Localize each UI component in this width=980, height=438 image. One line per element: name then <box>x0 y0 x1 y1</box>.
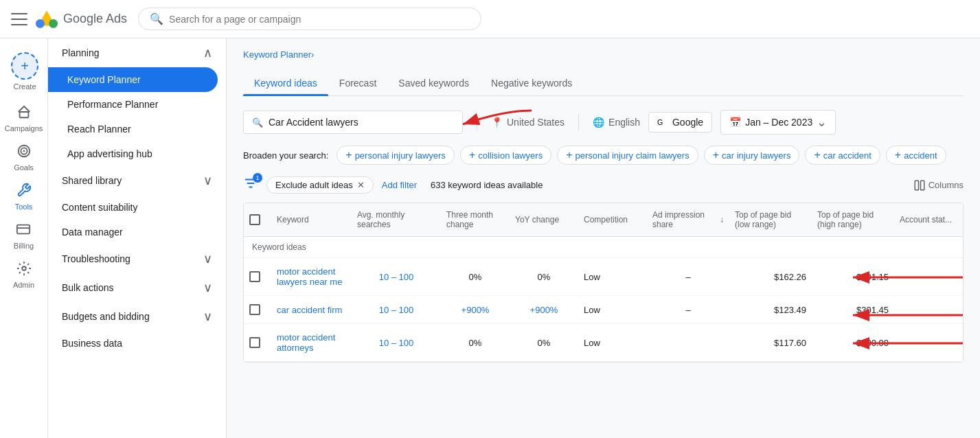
broaden-chip-accident[interactable]: + accident <box>886 146 946 165</box>
tab-saved-keywords-label: Saved keywords <box>398 78 469 89</box>
data-manager-header[interactable]: Data manager <box>48 220 226 244</box>
top-search-bar[interactable]: 🔍 <box>138 8 481 30</box>
table-section-label: Keyword ideas <box>244 237 963 258</box>
svg-rect-13 <box>920 181 924 190</box>
yoy-value-0: 0% <box>538 272 551 282</box>
table-row: car accident firm 10 – 100 +900% +900% L… <box>244 296 963 324</box>
exclude-adult-ideas-chip[interactable]: Exclude adult ideas ✕ <box>266 176 374 194</box>
top-bid-high-value-1: $301.45 <box>856 305 889 315</box>
th-account-status: Account stat... <box>894 203 963 236</box>
header-checkbox[interactable] <box>249 214 260 225</box>
td-ad-impression-2 <box>647 324 729 361</box>
filter-icon-wrapper[interactable]: 1 <box>243 176 258 194</box>
network-button[interactable]: G Google <box>648 112 712 132</box>
budgets-bidding-chevron: ∨ <box>203 309 212 324</box>
exclude-chip-label: Exclude adult ideas <box>275 180 353 190</box>
competition-value-2: Low <box>584 338 600 348</box>
chip-label-5: accident <box>904 150 937 161</box>
keyword-value-2: motor accident attorneys <box>277 332 346 353</box>
keyword-search-input[interactable] <box>269 117 406 128</box>
language-button[interactable]: 🌐 English <box>593 117 640 128</box>
td-avg-2: 10 – 100 <box>352 324 441 361</box>
content-suitability-header[interactable]: Content suitability <box>48 195 226 220</box>
sidebar-item-campaigns[interactable]: Campaigns <box>0 99 54 138</box>
td-keyword-1[interactable]: car accident firm <box>271 296 352 323</box>
sidebar-item-app-hub[interactable]: App advertising hub <box>48 141 226 166</box>
budgets-bidding-header[interactable]: Budgets and bidding ∨ <box>48 302 226 331</box>
broaden-section: Broaden your search: + personal injury l… <box>243 146 964 165</box>
row-checkbox-0[interactable] <box>249 271 260 282</box>
network-text: Google <box>672 117 703 128</box>
app-hub-label: App advertising hub <box>67 148 152 159</box>
td-checkbox-1[interactable] <box>244 296 271 323</box>
sidebar-item-billing[interactable]: Billing <box>3 216 45 255</box>
sidebar-item-goals[interactable]: Goals <box>3 138 45 177</box>
date-range-button[interactable]: 📅 Jan – Dec 2023 ⌄ <box>720 110 836 135</box>
breadcrumb[interactable]: Keyword Planner › <box>243 49 964 60</box>
th-ad-impression[interactable]: Ad impression share ↓ <box>647 203 729 236</box>
planning-section-header[interactable]: Planning ∧ <box>48 38 226 67</box>
ad-impression-value-0: – <box>685 272 690 282</box>
sidebar-item-admin[interactable]: Admin <box>2 255 45 295</box>
td-competition-0: Low <box>578 258 647 295</box>
avg-value-0: 10 – 100 <box>379 272 414 282</box>
sidebar-item-performance-planner[interactable]: Performance Planner <box>48 92 226 117</box>
avg-value-1: 10 – 100 <box>379 305 414 315</box>
td-keyword-0[interactable]: motor accident lawyers near me <box>271 258 352 295</box>
th-competition-label: Competition <box>584 215 628 224</box>
th-keyword-label: Keyword <box>277 215 309 224</box>
sidebar-left: + Create Campaigns Goals Tools <box>0 38 48 438</box>
sidebar-item-keyword-planner[interactable]: Keyword Planner <box>48 67 218 92</box>
sidebar-right: Planning ∧ Keyword Planner Performance P… <box>48 38 227 438</box>
td-three-0: 0% <box>441 258 510 295</box>
shared-library-header[interactable]: Shared library ∨ <box>48 166 226 195</box>
date-range-text: Jan – Dec 2023 <box>745 117 812 128</box>
td-account-1 <box>894 296 963 323</box>
troubleshooting-header[interactable]: Troubleshooting ∨ <box>48 244 226 273</box>
tab-negative-keywords[interactable]: Negative keywords <box>480 71 583 95</box>
row-checkbox-1[interactable] <box>249 304 260 315</box>
location-icon: 📍 <box>491 117 503 128</box>
svg-rect-12 <box>915 181 918 190</box>
business-data-header[interactable]: Business data <box>48 331 226 356</box>
tab-keyword-ideas[interactable]: Keyword ideas <box>243 71 328 95</box>
broaden-chip-collision-lawyers[interactable]: + collision lawyers <box>460 146 551 165</box>
add-filter-button[interactable]: Add filter <box>382 180 417 190</box>
sidebar-item-reach-planner[interactable]: Reach Planner <box>48 117 226 141</box>
search-input[interactable] <box>169 14 470 25</box>
th-yoy-label: YoY change <box>515 215 559 224</box>
th-avg-monthly-label: Avg. monthly searches <box>357 210 435 229</box>
td-checkbox-0[interactable] <box>244 258 271 295</box>
create-button[interactable]: + Create <box>0 47 49 96</box>
td-three-1: +900% <box>441 296 510 323</box>
td-keyword-2[interactable]: motor accident attorneys <box>271 324 352 361</box>
columns-button[interactable]: Columns <box>913 179 964 192</box>
table-row: motor accident lawyers near me 10 – 100 … <box>244 258 963 296</box>
broaden-chip-car-accident[interactable]: + car accident <box>805 146 880 165</box>
top-bid-high-value-2: $300.00 <box>856 338 889 348</box>
td-checkbox-2[interactable] <box>244 324 271 361</box>
th-avg-monthly[interactable]: Avg. monthly searches <box>352 203 441 236</box>
keyword-search-box[interactable]: 🔍 <box>243 111 463 134</box>
sidebar-item-tools[interactable]: Tools <box>4 177 44 216</box>
row-checkbox-2[interactable] <box>249 337 260 348</box>
th-account-status-label: Account stat... <box>900 215 952 224</box>
keyword-table: Keyword Avg. monthly searches Three mont… <box>243 203 964 362</box>
broaden-chip-personal-injury-claim[interactable]: + personal injury claim lawyers <box>557 146 698 165</box>
svg-text:G: G <box>657 118 663 126</box>
hamburger-menu[interactable] <box>11 11 27 27</box>
tab-forecast[interactable]: Forecast <box>328 71 387 95</box>
exclude-chip-remove[interactable]: ✕ <box>357 180 365 190</box>
columns-label: Columns <box>928 180 964 190</box>
broaden-chip-personal-injury-lawyers[interactable]: + personal injury lawyers <box>337 146 455 165</box>
billing-icon <box>16 222 31 240</box>
td-ad-impression-0: – <box>647 258 729 295</box>
location-button[interactable]: 📍 United States <box>491 117 565 128</box>
bulk-actions-header[interactable]: Bulk actions ∨ <box>48 273 226 302</box>
top-bid-low-value-2: $117.60 <box>774 338 806 348</box>
th-three-month-label: Three month change <box>446 210 504 229</box>
td-ad-impression-1: – <box>647 296 729 323</box>
broaden-chip-car-injury-lawyers[interactable]: + car injury lawyers <box>704 146 800 165</box>
tab-saved-keywords[interactable]: Saved keywords <box>387 71 480 95</box>
td-yoy-0: 0% <box>510 258 578 295</box>
